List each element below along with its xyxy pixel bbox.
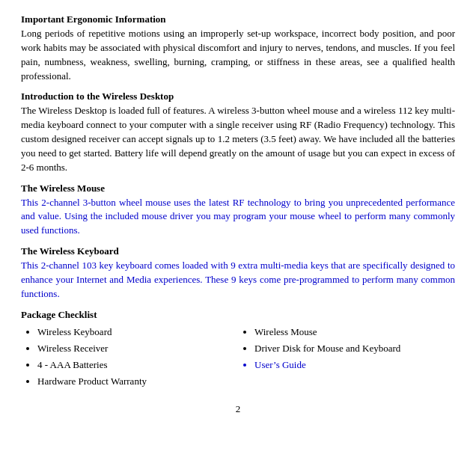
intro-body: The Wireless Desktop is loaded full of f… [21,104,455,174]
checklist-left: Wireless Keyboard Wireless Receiver 4 - … [21,324,238,390]
list-item: Wireless Mouse [254,324,455,340]
list-item: Hardware Product Warranty [37,373,238,390]
ergonomic-title: Important Ergonomic Information [21,13,455,25]
ergonomic-section: Important Ergonomic Information Long per… [21,13,455,83]
checklist-title: Package Checklist [21,309,455,321]
keyboard-title: The Wireless Keyboard [21,245,455,257]
mouse-title: The Wireless Mouse [21,183,455,194]
page-number: 2 [21,403,455,415]
ergonomic-body: Long periods of repetitive motions using… [21,27,455,83]
list-item: Driver Disk for Mouse and Keyboard [254,340,455,357]
list-item: Wireless Receiver [37,340,238,357]
checklist-section: Package Checklist Wireless Keyboard Wire… [21,309,455,390]
keyboard-body: This 2-channel 103 key keyboard comes lo… [21,259,455,301]
list-item: User’s Guide [254,357,455,373]
intro-section: Introduction to the Wireless Desktop The… [21,91,455,174]
keyboard-section: The Wireless Keyboard This 2-channel 103… [21,245,455,301]
mouse-body: This 2-channel 3-button wheel mouse uses… [21,196,455,239]
list-item: Wireless Keyboard [37,324,238,340]
list-item: 4 - AAA Batteries [37,357,238,373]
checklist-container: Wireless Keyboard Wireless Receiver 4 - … [21,324,455,390]
mouse-section: The Wireless Mouse This 2-channel 3-butt… [21,183,455,239]
checklist-right: Wireless Mouse Driver Disk for Mouse and… [238,324,455,390]
intro-title: Introduction to the Wireless Desktop [21,91,455,102]
